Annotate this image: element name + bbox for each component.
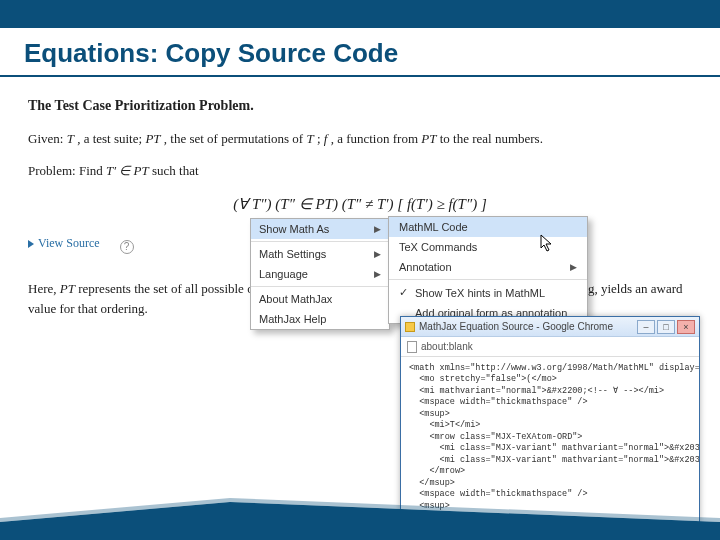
submenu-mathml-code[interactable]: MathML Code [389, 217, 587, 237]
cursor-icon [540, 234, 554, 252]
math-PT3: PT [60, 281, 75, 296]
chevron-right-icon: ▶ [374, 224, 381, 234]
chevron-right-icon: ▶ [374, 249, 381, 259]
menu-show-math-as[interactable]: Show Math As ▶ [251, 219, 389, 239]
menu-math-settings[interactable]: Math Settings ▶ [251, 244, 389, 264]
slide-title: Equations: Copy Source Code [0, 28, 720, 77]
close-button[interactable]: × [677, 320, 695, 334]
math-PT2: PT [421, 131, 436, 146]
browser-title: MathJax Equation Source - Google Chrome [419, 321, 613, 332]
chevron-right-icon: ▶ [374, 269, 381, 279]
source-browser-window: MathJax Equation Source - Google Chrome … [400, 316, 700, 526]
math-Tprime: T′ ∈ PT [106, 163, 149, 178]
show-math-as-submenu: MathML Code TeX Commands Annotation ▶ ✓ … [388, 216, 588, 324]
math-T2: T [306, 131, 313, 146]
frag: , the set of permutations of [161, 131, 307, 146]
mathjax-context-menu: Show Math As ▶ Math Settings ▶ Language … [250, 218, 390, 330]
menu-separator [389, 279, 587, 280]
problem-tail: such that [149, 163, 199, 178]
address-bar[interactable]: about:blank [401, 337, 699, 357]
menu-label: About MathJax [259, 293, 332, 305]
menu-language[interactable]: Language ▶ [251, 264, 389, 284]
problem-heading: The Test Case Prioritization Problem. [28, 95, 692, 117]
chevron-right-icon: ▶ [570, 262, 577, 272]
window-icon [405, 322, 415, 332]
menu-label: Language [259, 268, 308, 280]
address-text: about:blank [421, 341, 473, 352]
menu-separator [251, 241, 389, 242]
given-paragraph: Given: T , a test suite; PT , the set of… [28, 129, 692, 149]
minimize-button[interactable]: – [637, 320, 655, 334]
top-banner [0, 0, 720, 28]
menu-separator [251, 286, 389, 287]
frag: ; [314, 131, 324, 146]
check-icon: ✓ [399, 286, 411, 299]
menu-label: Show TeX hints in MathML [415, 287, 545, 299]
triangle-right-icon [28, 240, 34, 248]
help-icon[interactable]: ? [120, 240, 134, 254]
math-PT: PT [145, 131, 160, 146]
menu-label: MathJax Help [259, 313, 326, 325]
math-T: T [67, 131, 74, 146]
menu-label: Annotation [399, 261, 452, 273]
submenu-show-tex-hints[interactable]: ✓ Show TeX hints in MathML [389, 282, 587, 303]
browser-titlebar[interactable]: MathJax Equation Source - Google Chrome … [401, 317, 699, 337]
frag: to the real numbers. [436, 131, 543, 146]
menu-mathjax-help[interactable]: MathJax Help [251, 309, 389, 329]
problem-label: Problem: Find [28, 163, 106, 178]
menu-label: Math Settings [259, 248, 326, 260]
given-label: Given: [28, 131, 63, 146]
problem-paragraph: Problem: Find T′ ∈ PT such that [28, 161, 692, 181]
document-icon [407, 341, 417, 353]
view-source-label: View Source [38, 234, 100, 253]
equation-block[interactable]: (∀ T″) (T″ ∈ PT) (T″ ≠ T′) [ f(T′) ≥ f(T… [28, 193, 692, 216]
view-source-toggle[interactable]: View Source [28, 234, 100, 253]
submenu-tex-commands[interactable]: TeX Commands [389, 237, 587, 257]
frag: , a test suite; [74, 131, 146, 146]
here-label: Here, [28, 281, 60, 296]
maximize-button[interactable]: □ [657, 320, 675, 334]
frag: , a function from [327, 131, 421, 146]
source-code-area[interactable]: <math xmlns="http://www.w3.org/1998/Math… [401, 357, 699, 540]
menu-label: MathML Code [399, 221, 468, 233]
menu-label: TeX Commands [399, 241, 477, 253]
menu-about-mathjax[interactable]: About MathJax [251, 289, 389, 309]
submenu-annotation[interactable]: Annotation ▶ [389, 257, 587, 277]
menu-label: Show Math As [259, 223, 329, 235]
